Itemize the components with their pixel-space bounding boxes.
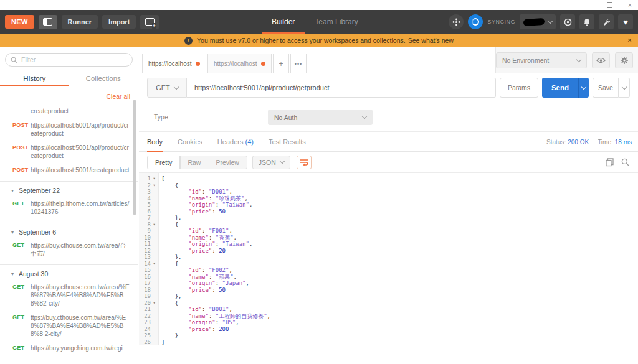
request-tab-1[interactable]: https://localhost:50(: [142, 54, 206, 73]
history-item[interactable]: GEThttps://buy.cthouse.com.tw/area/%E8%8…: [0, 280, 138, 310]
tab-builder[interactable]: Builder: [262, 10, 305, 34]
line-gutter[interactable]: 23: [139, 319, 159, 326]
tab-team-library[interactable]: Team Library: [305, 10, 368, 34]
history-item[interactable]: GETttps://buy.cthouse.com.tw/area/%E8%87…: [0, 310, 138, 341]
search-response-icon[interactable]: [621, 158, 629, 166]
line-gutter[interactable]: 13: [139, 254, 159, 261]
fold-arrow-icon[interactable]: ▾: [151, 261, 158, 268]
send-options-button[interactable]: [578, 78, 589, 98]
auth-type-select[interactable]: No Auth: [268, 110, 373, 125]
interceptor-button[interactable]: [449, 14, 464, 29]
wrap-text-button[interactable]: [297, 156, 312, 169]
history-item[interactable]: POSThttps://localhost:5001/api/product/c…: [0, 118, 138, 141]
fold-arrow-icon[interactable]: ▾: [151, 300, 158, 307]
heart-icon: ♥: [623, 17, 628, 27]
line-gutter[interactable]: 14▾: [139, 261, 159, 268]
response-tab-body[interactable]: Body: [147, 132, 163, 152]
line-gutter[interactable]: 21: [139, 306, 159, 313]
history-group-header[interactable]: ▾August 30: [0, 268, 138, 280]
notifications-button[interactable]: [579, 14, 594, 29]
send-button[interactable]: Send: [542, 78, 589, 98]
sidebar-tab-collections[interactable]: Collections: [69, 70, 138, 86]
fold-arrow-icon[interactable]: ▾: [151, 175, 158, 182]
runner-button[interactable]: Runner: [62, 15, 98, 29]
line-gutter[interactable]: 26: [139, 339, 159, 346]
response-tab-test-results[interactable]: Test Results: [269, 132, 306, 152]
see-whats-new-link[interactable]: See what's new: [408, 37, 454, 44]
line-gutter[interactable]: 10: [139, 235, 159, 241]
view-pretty[interactable]: Pretty: [148, 156, 180, 169]
environment-preview-button[interactable]: [592, 52, 610, 68]
history-method: POST: [12, 144, 31, 160]
history-item[interactable]: GEThttps://buy.cthouse.com.tw/area/台中市/: [0, 238, 138, 261]
response-tab-cookies[interactable]: Cookies: [178, 132, 202, 152]
line-gutter[interactable]: 9: [139, 228, 159, 235]
line-gutter[interactable]: 11: [139, 241, 159, 248]
line-gutter[interactable]: 6: [139, 208, 159, 215]
code-text: },: [159, 254, 182, 261]
url-input[interactable]: [187, 78, 496, 98]
help-button[interactable]: [560, 14, 575, 29]
clear-all-link[interactable]: Clear all: [106, 93, 130, 100]
fold-arrow-icon[interactable]: ▾: [151, 222, 158, 228]
add-tab-button[interactable]: +: [273, 54, 289, 73]
line-gutter[interactable]: 12: [139, 248, 159, 254]
line-gutter[interactable]: 7: [139, 215, 159, 222]
settings-button[interactable]: [599, 14, 614, 29]
sidebar-toggle-button[interactable]: [39, 15, 57, 29]
copy-icon[interactable]: [606, 158, 614, 167]
params-button[interactable]: Params: [500, 78, 538, 98]
format-select[interactable]: JSON: [252, 156, 290, 169]
filter-box[interactable]: [5, 53, 133, 67]
environment-select[interactable]: No Environment: [496, 52, 587, 68]
favorites-button[interactable]: ♥: [618, 14, 633, 29]
history-item[interactable]: POSThttps://localhost:5001/createproduct: [0, 163, 138, 177]
environment-settings-button[interactable]: [615, 52, 633, 68]
history-group-header[interactable]: ▾September 22: [0, 184, 138, 197]
line-gutter[interactable]: 1▾: [139, 175, 159, 182]
history-item[interactable]: GEThttps://ithelp.ithome.com.tw/articles…: [0, 197, 138, 219]
line-gutter[interactable]: 2▾: [139, 182, 159, 189]
import-button[interactable]: Import: [102, 15, 136, 29]
response-body-editor[interactable]: 1▾[2▾ {3 "id": "D001",4 "name": "珍珠奶茶",5…: [139, 172, 638, 364]
line-gutter[interactable]: 17: [139, 280, 159, 287]
history-item[interactable]: GEThttps://buy.yungching.com.tw/regi: [0, 341, 138, 355]
maximize-icon[interactable]: [607, 2, 616, 8]
line-gutter[interactable]: 16: [139, 274, 159, 281]
minimize-icon[interactable]: –: [588, 2, 597, 9]
tab-options-button[interactable]: •••: [290, 54, 307, 73]
line-gutter[interactable]: 5: [139, 202, 159, 208]
account-menu[interactable]: [520, 14, 556, 29]
view-preview[interactable]: Preview: [208, 156, 246, 169]
new-button[interactable]: NEW: [5, 15, 34, 29]
filter-input[interactable]: [21, 56, 121, 63]
close-icon[interactable]: ×: [626, 2, 634, 9]
line-gutter[interactable]: 24: [139, 326, 159, 333]
new-window-button[interactable]: [140, 15, 159, 29]
line-gutter[interactable]: 25: [139, 332, 159, 339]
response-tab-headers[interactable]: Headers (4): [217, 132, 254, 152]
line-gutter[interactable]: 22: [139, 313, 159, 320]
line-gutter[interactable]: 19: [139, 293, 159, 300]
code-text: },: [159, 293, 182, 300]
history-group-header[interactable]: ▾September 6: [0, 226, 138, 238]
history-item[interactable]: POSThttps://localhost:5001/api/product/c…: [0, 141, 138, 163]
line-gutter[interactable]: 18: [139, 287, 159, 294]
save-options-button[interactable]: [619, 78, 630, 98]
sidebar-tab-history[interactable]: History: [0, 70, 69, 86]
line-gutter[interactable]: 20▾: [139, 300, 159, 307]
history-item[interactable]: createproduct: [0, 104, 138, 118]
request-tab-2[interactable]: https://localhost:50(: [207, 54, 272, 73]
line-gutter[interactable]: 3: [139, 189, 159, 195]
method-select[interactable]: GET: [147, 78, 187, 98]
save-button[interactable]: Save: [593, 78, 630, 98]
line-gutter[interactable]: 4: [139, 195, 159, 202]
view-raw[interactable]: Raw: [180, 156, 208, 169]
sidebar-scrollbar[interactable]: [133, 100, 136, 215]
code-text: "id": "F001",: [159, 228, 232, 235]
line-gutter[interactable]: 15: [139, 267, 159, 274]
sync-status-button[interactable]: [468, 14, 483, 29]
line-gutter[interactable]: 8▾: [139, 222, 159, 228]
fold-arrow-icon[interactable]: ▾: [151, 182, 158, 189]
banner-close-icon[interactable]: ×: [627, 36, 632, 45]
